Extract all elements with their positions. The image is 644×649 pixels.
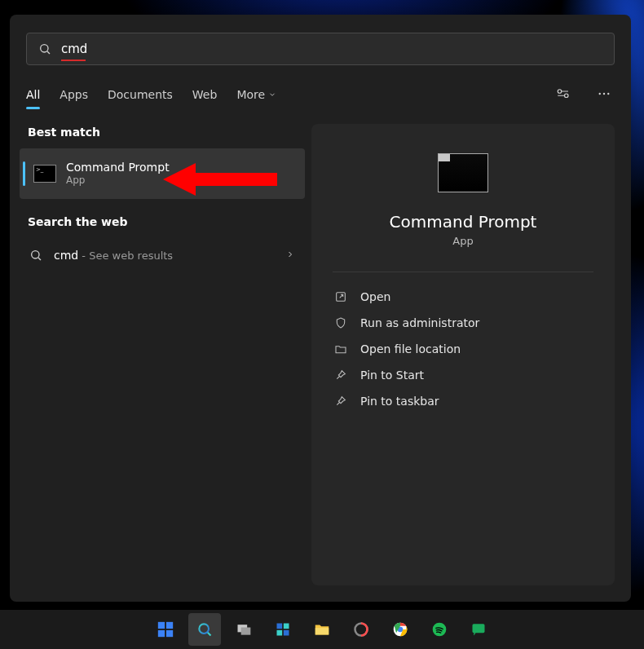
more-options-button[interactable]	[593, 83, 615, 107]
svg-rect-12	[166, 622, 173, 629]
selection-accent	[23, 161, 25, 186]
search-filter-tabs: All Apps Documents Web More	[26, 83, 615, 106]
preview-terminal-icon	[438, 153, 488, 192]
start-search-panel: All Apps Documents Web More Best match C…	[10, 15, 631, 602]
svg-rect-11	[158, 622, 165, 629]
pin-icon	[334, 369, 347, 382]
results-column: Best match Command Prompt App Search the…	[20, 124, 305, 585]
svg-point-0	[41, 45, 48, 52]
svg-point-15	[199, 624, 209, 634]
action-run-admin[interactable]: Run as administrator	[333, 310, 593, 336]
search-box[interactable]	[26, 33, 615, 65]
svg-point-3	[565, 94, 569, 98]
svg-rect-28	[473, 624, 485, 633]
svg-line-16	[208, 633, 211, 636]
preview-subtitle: App	[452, 235, 473, 247]
svg-line-1	[47, 51, 50, 54]
search-icon	[29, 249, 42, 262]
shield-icon	[334, 316, 347, 329]
tab-web[interactable]: Web	[192, 88, 218, 101]
search-web-label: Search the web	[20, 214, 305, 238]
taskbar-search-button[interactable]	[188, 613, 221, 646]
search-icon	[38, 42, 51, 55]
svg-rect-19	[277, 624, 283, 629]
taskbar	[0, 610, 644, 649]
open-icon	[334, 290, 347, 303]
svg-line-8	[38, 258, 41, 260]
svg-rect-20	[284, 624, 289, 629]
taskbar-spotify-button[interactable]	[423, 613, 456, 646]
chevron-right-icon	[285, 249, 295, 262]
svg-rect-21	[277, 630, 283, 636]
taskbar-start-button[interactable]	[149, 613, 182, 646]
divider	[333, 272, 593, 272]
web-result-cmd[interactable]: cmd - See web results	[20, 238, 305, 272]
folder-icon	[334, 342, 347, 355]
web-result-text: cmd - See web results	[54, 249, 173, 262]
result-command-prompt[interactable]: Command Prompt App	[20, 148, 305, 199]
action-list: Open Run as administrator Open file loca…	[333, 284, 593, 414]
svg-rect-18	[241, 628, 251, 635]
preview-title: Command Prompt	[390, 212, 537, 232]
svg-point-5	[603, 92, 605, 94]
pin-icon	[334, 395, 347, 408]
best-match-label: Best match	[20, 124, 305, 148]
action-pin-start[interactable]: Pin to Start	[333, 362, 593, 388]
terminal-icon	[33, 165, 56, 183]
svg-rect-14	[166, 630, 173, 637]
spellcheck-underline	[61, 60, 86, 61]
taskbar-chat-button[interactable]	[462, 613, 495, 646]
action-pin-taskbar[interactable]: Pin to taskbar	[333, 388, 593, 414]
taskbar-taskview-button[interactable]	[227, 613, 260, 646]
tab-apps[interactable]: Apps	[60, 88, 88, 101]
svg-rect-22	[284, 630, 289, 636]
svg-rect-13	[158, 630, 165, 637]
action-open[interactable]: Open	[333, 284, 593, 310]
tab-more[interactable]: More	[236, 88, 276, 101]
svg-rect-23	[315, 628, 329, 634]
preview-pane: Command Prompt App Open Run as administr…	[311, 124, 615, 585]
tab-documents[interactable]: Documents	[108, 88, 173, 101]
action-open-location[interactable]: Open file location	[333, 336, 593, 362]
svg-point-6	[607, 92, 609, 94]
taskbar-explorer-button[interactable]	[306, 613, 338, 646]
svg-point-7	[32, 251, 39, 258]
result-subtitle: App	[66, 174, 170, 187]
chevron-down-icon	[268, 88, 276, 101]
taskbar-widgets-button[interactable]	[267, 613, 299, 646]
tab-all[interactable]: All	[26, 88, 40, 101]
svg-point-2	[558, 89, 562, 93]
search-options-button[interactable]	[553, 83, 574, 107]
search-input[interactable]	[51, 42, 602, 56]
svg-point-4	[599, 92, 601, 94]
taskbar-app-1[interactable]	[345, 613, 377, 646]
taskbar-chrome-button[interactable]	[384, 613, 417, 646]
result-title: Command Prompt	[66, 161, 170, 175]
